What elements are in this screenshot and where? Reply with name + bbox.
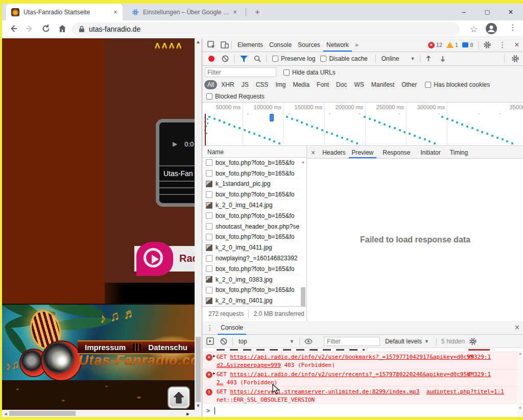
devtools-menu-kebab-icon[interactable]: ⋮ <box>498 40 506 50</box>
scroll-up-arrow[interactable]: ▲ <box>300 158 306 164</box>
network-settings-gear-icon[interactable] <box>511 55 519 63</box>
nav-datenschutz[interactable]: Datenschu <box>141 343 195 352</box>
console-error-message[interactable]: × ▶ VM329:1 GET https://api.radio.de/inf… <box>202 369 523 386</box>
console-url-link[interactable]: 2… <box>217 379 223 386</box>
console-settings-gear-icon[interactable] <box>469 337 477 345</box>
console-error-message[interactable]: ! GET https://server1.streamserver-unlim… <box>202 386 523 404</box>
type-filter[interactable]: Font <box>314 80 332 89</box>
drawer-close-icon[interactable]: × <box>515 323 519 332</box>
details-tab-headers[interactable]: Headers <box>319 146 348 158</box>
expand-arrow-icon[interactable]: ▶ <box>213 371 216 376</box>
request-list-scrollbar[interactable]: ▲ ▼ <box>300 158 306 320</box>
network-filter-input[interactable] <box>205 67 276 77</box>
type-filter[interactable]: Manifest <box>368 80 397 89</box>
import-har-icon[interactable] <box>425 55 432 62</box>
devtools-close-icon[interactable]: × <box>514 40 519 50</box>
devtools-settings-gear-icon[interactable] <box>483 41 491 49</box>
type-filter[interactable]: CSS <box>253 80 272 89</box>
request-row[interactable]: box_foto.php?foto_b=165&fo <box>202 189 300 200</box>
scroll-left-arrow[interactable]: ◄ <box>3 411 9 416</box>
request-list-header[interactable]: Name <box>202 146 306 158</box>
context-dropdown-arrow-icon[interactable]: ▼ <box>290 339 294 344</box>
details-tab-initiator[interactable]: Initiator <box>417 146 443 158</box>
type-filter-all[interactable]: All <box>204 80 217 89</box>
console-url-link[interactable]: https://server1.streamserver-unlimited.d… <box>230 388 420 395</box>
player-row[interactable] <box>159 194 195 201</box>
request-row[interactable]: shoutcast_header_box.php?se <box>202 221 300 232</box>
request-row[interactable]: box_foto.php?foto_b=165&fo <box>202 285 300 296</box>
type-filter[interactable]: Media <box>290 80 313 89</box>
page-horizontal-scrollbar[interactable]: ◄ ► <box>2 410 202 417</box>
type-filter[interactable]: Doc <box>333 80 350 89</box>
page-vertical-scrollbar[interactable]: ▲ ▼ <box>195 38 202 410</box>
scroll-down-arrow[interactable]: ▼ <box>195 403 202 408</box>
request-row[interactable]: box_foto.php?foto_b=165&fo <box>202 211 300 221</box>
execution-context-select[interactable]: top <box>239 338 290 345</box>
scroll-right-arrow[interactable]: ► <box>185 411 191 416</box>
home-icon[interactable] <box>57 23 67 34</box>
throttling-dropdown-arrow-icon[interactable]: ▼ <box>410 56 415 61</box>
clear-console-icon[interactable] <box>220 338 227 345</box>
radio-de-logo[interactable] <box>136 242 173 276</box>
browser-menu-kebab-icon[interactable]: ⋮ <box>509 22 517 33</box>
scroll-up-arrow[interactable]: ▲ <box>517 352 523 355</box>
export-har-icon[interactable] <box>439 55 446 62</box>
back-to-top-button[interactable] <box>168 386 190 409</box>
devtools-tab-elements[interactable]: Elements <box>234 38 266 52</box>
type-filter[interactable]: WS <box>351 80 367 89</box>
drawer-menu-kebab-icon[interactable]: ⋮ <box>206 324 213 332</box>
console-prompt[interactable]: > <box>202 404 523 417</box>
details-tab-timing[interactable]: Timing <box>447 146 471 158</box>
nav-impressum[interactable]: Impressum <box>78 343 133 352</box>
error-count-badge[interactable]: × 12 <box>428 42 442 48</box>
play-icon[interactable]: ▶ <box>173 140 177 147</box>
preserve-log-checkbox[interactable] <box>272 56 278 62</box>
lock-icon[interactable] <box>79 26 85 33</box>
console-scrollbar[interactable]: ▲ ▼ <box>517 352 523 417</box>
maximize-button[interactable]: ▢ <box>477 4 497 20</box>
device-toolbar-icon[interactable] <box>221 41 229 49</box>
request-row[interactable]: box_foto.php?foto_b=165&fo <box>202 232 300 243</box>
list-scroll-thumb[interactable] <box>301 287 305 309</box>
devtools-tab-sources[interactable]: Sources <box>295 38 323 52</box>
blocked-requests-checkbox[interactable] <box>206 93 212 100</box>
more-tabs-chevron[interactable]: » <box>352 38 362 52</box>
console-sidebar-icon[interactable] <box>206 337 214 345</box>
console-source-link[interactable]: audiotest.php?titel=1:1 <box>426 388 504 395</box>
console-url-link[interactable]: d2…&sizeperpage=999 <box>217 362 281 368</box>
request-row[interactable]: k_2_0_img_0401.jpg <box>202 295 300 306</box>
search-icon[interactable] <box>254 55 261 62</box>
request-row[interactable]: box_foto.php?foto_b=165&fo <box>202 168 300 179</box>
request-row[interactable]: k_1standard_pic.jpg <box>202 179 300 190</box>
back-icon[interactable] <box>8 23 18 34</box>
details-close-icon[interactable]: × <box>311 149 315 157</box>
tab-close-icon[interactable]: × <box>231 8 239 16</box>
console-filter-input[interactable] <box>324 337 380 346</box>
console-url-link[interactable]: https://api.radio.de/info/v2/user/bookma… <box>230 354 474 360</box>
vertical-scroll-thumb[interactable] <box>196 337 201 402</box>
log-levels-select[interactable]: Default levels <box>385 338 422 345</box>
has-blocked-cookies-checkbox[interactable] <box>425 82 431 88</box>
hide-data-urls-checkbox[interactable] <box>283 69 290 76</box>
console-error-message[interactable]: × ▶ VM329:1 GET https://api.radio.de/inf… <box>202 352 523 369</box>
horizontal-scroll-thumb[interactable] <box>9 411 76 416</box>
tab-close-icon[interactable]: × <box>111 8 120 16</box>
new-tab-button[interactable]: + <box>251 6 264 18</box>
browser-tab-settings[interactable]: Einstellungen – Über Google Chr × <box>127 4 242 20</box>
live-expression-eye-icon[interactable] <box>304 338 313 344</box>
reload-icon[interactable] <box>41 23 51 34</box>
type-filter[interactable]: JS <box>239 80 252 89</box>
request-row[interactable]: k_2_0_img_0383.jpg <box>202 275 300 285</box>
throttling-select[interactable]: Online <box>382 55 399 62</box>
player-row[interactable] <box>159 181 195 187</box>
levels-dropdown-arrow-icon[interactable]: ▼ <box>424 339 429 344</box>
request-row[interactable]: box_foto.php?foto_b=165&fo <box>202 264 300 275</box>
request-row[interactable]: box_foto.php?foto_b=165&fo <box>202 158 300 168</box>
console-source-link[interactable]: VM329:1 <box>467 371 491 378</box>
details-tab-preview[interactable]: Preview <box>349 146 377 158</box>
request-row[interactable]: nowplaying?_=160146823392 <box>202 253 300 264</box>
request-row[interactable]: k_2_0_img_0414.jpg <box>202 200 300 211</box>
devtools-tab-console[interactable]: Console <box>266 38 295 52</box>
expand-arrow-icon[interactable]: ▶ <box>213 354 216 358</box>
type-filter[interactable]: Other <box>398 80 420 89</box>
